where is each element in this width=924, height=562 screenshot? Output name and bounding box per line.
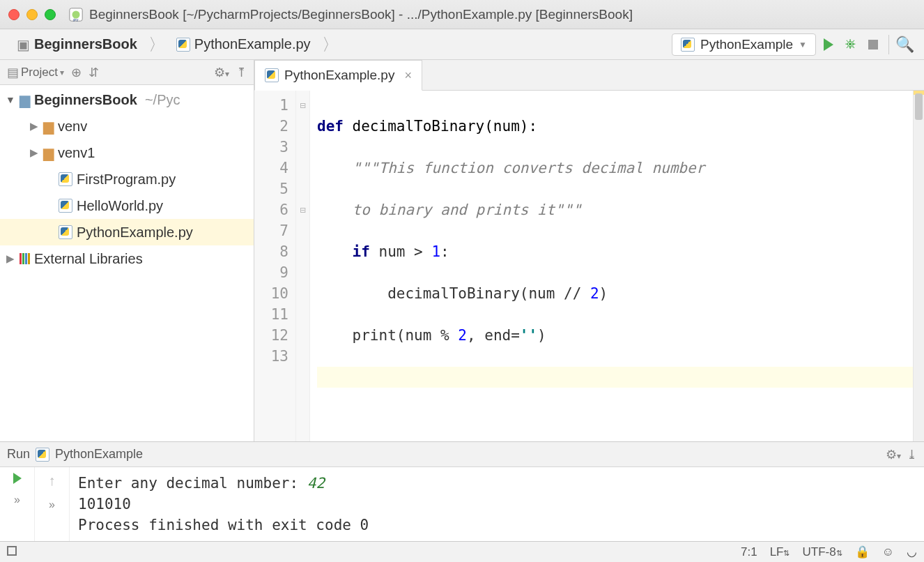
tree-external-libraries[interactable]: ▶ External Libraries [0,245,254,272]
python-file-icon [36,448,49,462]
python-file-icon [265,68,279,82]
chevron-right-icon: ▶ [6,252,15,265]
tree-file-helloworld[interactable]: HelloWorld.py [0,192,254,219]
editor-tabs: PythonExample.py × [254,60,924,91]
editor-area: PythonExample.py × 123 456 789 101112 13… [254,60,924,441]
up-arrow-icon[interactable]: ↑ [49,473,56,489]
run-side-toolbar: » [0,467,35,541]
python-file-icon [176,38,190,52]
chevron-down-icon: ▾ [60,68,64,77]
console-exit-message: Process finished with exit code 0 [78,515,916,536]
run-side-toolbar-2: ↑ » [35,467,70,541]
collapse-all-icon[interactable]: ⇵ [88,65,99,80]
python-file-icon [59,199,72,213]
line-numbers: 123 456 789 101112 13 [254,91,296,441]
expand-icon[interactable]: » [49,499,55,511]
run-config-selector[interactable]: PythonExample ▼ [672,33,816,56]
python-file-icon [59,225,72,239]
console-user-input: 42 [307,475,325,492]
close-tab-icon[interactable]: × [400,68,412,83]
cursor-position[interactable]: 7:1 [741,545,757,559]
gear-icon[interactable]: ⚙▾ [214,65,229,80]
close-window-button[interactable] [8,9,20,20]
tree-item-label: HelloWorld.py [77,198,163,214]
code-content[interactable]: def decimalToBinary(num): """This functi… [310,91,913,441]
maximize-window-button[interactable] [45,9,56,20]
separator [888,35,889,54]
play-icon [824,38,833,51]
run-button[interactable] [819,35,838,54]
editor-scrollbar[interactable] [913,91,924,441]
tree-item-label: External Libraries [34,251,143,267]
breadcrumb-separator-icon: 〉 [321,33,340,56]
window-controls [8,9,56,20]
minimize-window-button[interactable] [26,9,38,20]
run-header: Run PythonExample ⚙▾ ⤓ [0,442,924,467]
inspector-icon[interactable]: ☺ [882,545,894,559]
run-config-name: PythonExample [55,447,143,462]
breadcrumb-root[interactable]: ▣ BeginnersBook [10,33,144,56]
debug-button[interactable]: ⛯ [841,35,861,54]
console-prompt: Enter any decimal number: [78,475,307,492]
run-title: Run [7,447,30,462]
console-program-output: 101010 [78,494,916,515]
tree-file-firstprogram[interactable]: FirstProgram.py [0,166,254,192]
locate-icon[interactable]: ⊕ [71,65,82,80]
status-bar: 7:1 LF⇅ UTF-8⇅ 🔒 ☺ ◡ [0,541,924,562]
search-everywhere-button[interactable]: 🔍 [895,35,914,54]
chevron-down-icon: ▼ [6,94,15,105]
tree-root[interactable]: ▼ ▆ BeginnersBook ~/Pyc [0,86,254,113]
window-title: BeginnersBook [~/PycharmProjects/Beginne… [89,7,633,22]
gear-icon[interactable]: ⚙▾ [886,447,901,462]
fold-icon[interactable]: ⊟ [296,95,309,116]
encoding-selector[interactable]: UTF-8⇅ [802,545,842,559]
hide-icon[interactable]: ⤒ [236,65,247,80]
editor[interactable]: 123 456 789 101112 13 ⊟ ⊟ def decimalToB… [254,91,924,441]
svg-point-1 [72,10,80,18]
line-separator-selector[interactable]: LF⇅ [770,545,790,559]
navigation-toolbar: ▣ BeginnersBook 〉 PythonExample.py 〉 Pyt… [0,29,924,60]
fold-gutter: ⊟ ⊟ [296,91,310,441]
download-icon[interactable]: ⤓ [907,447,917,462]
project-tool-window: ▤ Project▾ ⊕ ⇵ ⚙▾ ⤒ ▼ ▆ BeginnersBook ~/… [0,60,254,441]
project-icon: ▤ [7,65,19,80]
stop-button[interactable] [863,35,883,54]
python-file-icon [681,38,695,52]
project-view-label: Project [21,66,58,79]
project-view-selector[interactable]: ▤ Project▾ [7,65,64,80]
tree-root-label: BeginnersBook ~/Pyc [34,92,180,108]
chevron-right-icon: ▶ [29,146,39,159]
python-file-icon [59,172,72,186]
rerun-button[interactable] [13,473,22,484]
breadcrumb-separator-icon: 〉 [147,33,167,56]
run-config-label: PythonExample [700,37,793,52]
tree-item-label: PythonExample.py [77,225,193,241]
tree-file-pythonexample[interactable]: PythonExample.py [0,219,254,245]
chevron-down-icon: ▼ [799,40,807,50]
run-tool-window: Run PythonExample ⚙▾ ⤓ » ↑ » Enter any d… [0,441,924,541]
app-icon: PY [68,7,84,22]
titlebar: PY BeginnersBook [~/PycharmProjects/Begi… [0,0,924,29]
fold-icon[interactable]: ⊟ [296,199,309,220]
libraries-icon [20,253,30,264]
readonly-toggle-icon[interactable]: 🔒 [855,545,870,559]
tree-folder-venv1[interactable]: ▶ ▆ venv1 [0,139,254,166]
search-icon: 🔍 [895,36,914,54]
folder-icon: ▆ [43,118,54,135]
chevron-right-icon: ▶ [29,120,39,132]
run-body: » ↑ » Enter any decimal number: 42 10101… [0,467,924,541]
notifications-icon[interactable]: ◡ [907,545,917,559]
tree-item-label: venv [58,119,87,135]
scrollbar-thumb[interactable] [915,93,923,120]
editor-tab-pythonexample[interactable]: PythonExample.py × [254,60,422,91]
folder-icon: ▣ [17,36,30,53]
breadcrumb-file[interactable]: PythonExample.py [169,33,318,55]
breadcrumb-root-label: BeginnersBook [34,36,137,52]
tree-folder-venv[interactable]: ▶ ▆ venv [0,113,254,139]
main-split: ▤ Project▾ ⊕ ⇵ ⚙▾ ⤒ ▼ ▆ BeginnersBook ~/… [0,60,924,441]
tree-item-label: FirstProgram.py [77,172,176,188]
folder-icon: ▆ [43,144,54,161]
console-output[interactable]: Enter any decimal number: 42 101010 Proc… [70,467,924,541]
tool-window-toggle[interactable] [7,545,17,559]
expand-icon[interactable]: » [14,494,20,506]
